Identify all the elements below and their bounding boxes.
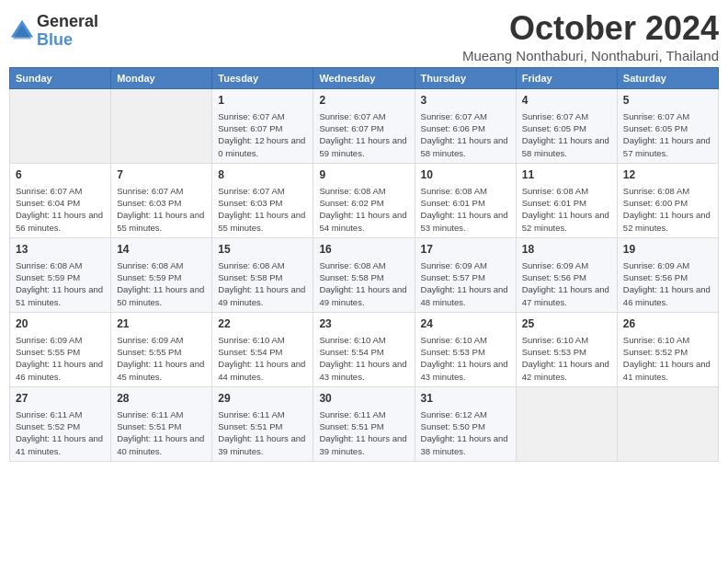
calendar-table: SundayMondayTuesdayWednesdayThursdayFrid… — [9, 67, 719, 462]
calendar-cell: 8Sunrise: 6:07 AM Sunset: 6:03 PM Daylig… — [212, 163, 313, 237]
day-info: Sunrise: 6:08 AM Sunset: 5:58 PM Dayligh… — [218, 259, 307, 308]
page-header: General Blue October 2024 Mueang Nonthab… — [9, 9, 719, 63]
day-info: Sunrise: 6:10 AM Sunset: 5:52 PM Dayligh… — [623, 334, 712, 383]
calendar-cell: 15Sunrise: 6:08 AM Sunset: 5:58 PM Dayli… — [212, 237, 313, 312]
day-info: Sunrise: 6:09 AM Sunset: 5:55 PM Dayligh… — [16, 334, 105, 383]
calendar-row-2: 6Sunrise: 6:07 AM Sunset: 6:04 PM Daylig… — [10, 163, 719, 237]
day-info: Sunrise: 6:11 AM Sunset: 5:51 PM Dayligh… — [319, 408, 408, 457]
calendar-cell: 13Sunrise: 6:08 AM Sunset: 5:59 PM Dayli… — [10, 237, 111, 312]
col-header-thursday: Thursday — [415, 68, 516, 89]
calendar-cell: 16Sunrise: 6:08 AM Sunset: 5:58 PM Dayli… — [313, 237, 415, 312]
calendar-cell: 26Sunrise: 6:10 AM Sunset: 5:52 PM Dayli… — [617, 312, 718, 386]
day-info: Sunrise: 6:07 AM Sunset: 6:03 PM Dayligh… — [218, 185, 307, 234]
day-info: Sunrise: 6:12 AM Sunset: 5:50 PM Dayligh… — [421, 408, 510, 457]
day-number: 1 — [218, 93, 307, 109]
day-info: Sunrise: 6:07 AM Sunset: 6:07 PM Dayligh… — [218, 110, 307, 159]
calendar-cell: 5Sunrise: 6:07 AM Sunset: 6:05 PM Daylig… — [617, 89, 718, 164]
day-number: 10 — [421, 167, 510, 183]
day-number: 30 — [319, 391, 408, 407]
day-info: Sunrise: 6:07 AM Sunset: 6:05 PM Dayligh… — [522, 110, 611, 159]
calendar-cell: 25Sunrise: 6:10 AM Sunset: 5:53 PM Dayli… — [516, 312, 617, 386]
col-header-saturday: Saturday — [617, 68, 718, 89]
calendar-cell: 7Sunrise: 6:07 AM Sunset: 6:03 PM Daylig… — [111, 163, 212, 237]
logo-text: General Blue — [37, 13, 98, 50]
day-number: 25 — [522, 316, 611, 332]
calendar-cell — [516, 386, 617, 461]
day-info: Sunrise: 6:10 AM Sunset: 5:54 PM Dayligh… — [218, 334, 307, 383]
day-number: 23 — [319, 316, 408, 332]
day-number: 7 — [117, 167, 206, 183]
col-header-monday: Monday — [111, 68, 212, 89]
calendar-row-5: 27Sunrise: 6:11 AM Sunset: 5:52 PM Dayli… — [10, 386, 719, 461]
calendar-cell: 20Sunrise: 6:09 AM Sunset: 5:55 PM Dayli… — [10, 312, 111, 386]
day-info: Sunrise: 6:08 AM Sunset: 6:02 PM Dayligh… — [319, 185, 408, 234]
day-info: Sunrise: 6:07 AM Sunset: 6:05 PM Dayligh… — [623, 110, 712, 159]
day-info: Sunrise: 6:08 AM Sunset: 5:59 PM Dayligh… — [16, 259, 105, 308]
day-info: Sunrise: 6:07 AM Sunset: 6:06 PM Dayligh… — [421, 110, 510, 159]
day-number: 27 — [16, 391, 105, 407]
calendar-cell: 9Sunrise: 6:08 AM Sunset: 6:02 PM Daylig… — [313, 163, 415, 237]
calendar-cell: 29Sunrise: 6:11 AM Sunset: 5:51 PM Dayli… — [212, 386, 313, 461]
day-number: 22 — [218, 316, 307, 332]
calendar-cell: 3Sunrise: 6:07 AM Sunset: 6:06 PM Daylig… — [415, 89, 516, 164]
calendar-cell: 12Sunrise: 6:08 AM Sunset: 6:00 PM Dayli… — [617, 163, 718, 237]
day-number: 20 — [16, 316, 105, 332]
day-number: 2 — [319, 93, 408, 109]
location-title: Mueang Nonthaburi, Nonthaburi, Thailand — [462, 48, 719, 63]
day-info: Sunrise: 6:09 AM Sunset: 5:57 PM Dayligh… — [421, 259, 510, 308]
calendar-cell: 18Sunrise: 6:09 AM Sunset: 5:56 PM Dayli… — [516, 237, 617, 312]
col-header-wednesday: Wednesday — [313, 68, 415, 89]
day-info: Sunrise: 6:10 AM Sunset: 5:53 PM Dayligh… — [421, 334, 510, 383]
calendar-row-1: 1Sunrise: 6:07 AM Sunset: 6:07 PM Daylig… — [10, 89, 719, 164]
day-info: Sunrise: 6:08 AM Sunset: 6:01 PM Dayligh… — [522, 185, 611, 234]
calendar-cell: 1Sunrise: 6:07 AM Sunset: 6:07 PM Daylig… — [212, 89, 313, 164]
calendar-row-3: 13Sunrise: 6:08 AM Sunset: 5:59 PM Dayli… — [10, 237, 719, 312]
title-block: October 2024 Mueang Nonthaburi, Nonthabu… — [462, 9, 719, 63]
calendar-cell — [111, 89, 212, 164]
calendar-cell: 6Sunrise: 6:07 AM Sunset: 6:04 PM Daylig… — [10, 163, 111, 237]
calendar-cell: 19Sunrise: 6:09 AM Sunset: 5:56 PM Dayli… — [617, 237, 718, 312]
day-number: 8 — [218, 167, 307, 183]
calendar-cell: 28Sunrise: 6:11 AM Sunset: 5:51 PM Dayli… — [111, 386, 212, 461]
col-header-sunday: Sunday — [10, 68, 111, 89]
day-number: 24 — [421, 316, 510, 332]
calendar-cell: 21Sunrise: 6:09 AM Sunset: 5:55 PM Dayli… — [111, 312, 212, 386]
calendar-cell: 2Sunrise: 6:07 AM Sunset: 6:07 PM Daylig… — [313, 89, 415, 164]
day-info: Sunrise: 6:07 AM Sunset: 6:03 PM Dayligh… — [117, 185, 206, 234]
calendar-cell: 4Sunrise: 6:07 AM Sunset: 6:05 PM Daylig… — [516, 89, 617, 164]
day-number: 3 — [421, 93, 510, 109]
day-number: 28 — [117, 391, 206, 407]
day-number: 13 — [16, 242, 105, 258]
calendar-cell — [617, 386, 718, 461]
day-info: Sunrise: 6:07 AM Sunset: 6:04 PM Dayligh… — [16, 185, 105, 234]
day-info: Sunrise: 6:08 AM Sunset: 6:00 PM Dayligh… — [623, 185, 712, 234]
day-info: Sunrise: 6:09 AM Sunset: 5:56 PM Dayligh… — [623, 259, 712, 308]
day-info: Sunrise: 6:11 AM Sunset: 5:51 PM Dayligh… — [218, 408, 307, 457]
day-number: 12 — [623, 167, 712, 183]
day-number: 4 — [522, 93, 611, 109]
day-info: Sunrise: 6:08 AM Sunset: 6:01 PM Dayligh… — [421, 185, 510, 234]
calendar-cell: 17Sunrise: 6:09 AM Sunset: 5:57 PM Dayli… — [415, 237, 516, 312]
day-number: 18 — [522, 242, 611, 258]
header-row: SundayMondayTuesdayWednesdayThursdayFrid… — [10, 68, 719, 89]
logo-blue: Blue — [37, 31, 98, 50]
day-info: Sunrise: 6:08 AM Sunset: 5:58 PM Dayligh… — [319, 259, 408, 308]
day-number: 19 — [623, 242, 712, 258]
logo-icon — [9, 18, 35, 44]
calendar-cell: 22Sunrise: 6:10 AM Sunset: 5:54 PM Dayli… — [212, 312, 313, 386]
day-number: 9 — [319, 167, 408, 183]
calendar-cell: 10Sunrise: 6:08 AM Sunset: 6:01 PM Dayli… — [415, 163, 516, 237]
day-number: 21 — [117, 316, 206, 332]
calendar-cell: 30Sunrise: 6:11 AM Sunset: 5:51 PM Dayli… — [313, 386, 415, 461]
day-number: 5 — [623, 93, 712, 109]
day-number: 14 — [117, 242, 206, 258]
calendar-cell: 23Sunrise: 6:10 AM Sunset: 5:54 PM Dayli… — [313, 312, 415, 386]
day-number: 11 — [522, 167, 611, 183]
day-number: 29 — [218, 391, 307, 407]
day-info: Sunrise: 6:09 AM Sunset: 5:55 PM Dayligh… — [117, 334, 206, 383]
col-header-friday: Friday — [516, 68, 617, 89]
day-info: Sunrise: 6:07 AM Sunset: 6:07 PM Dayligh… — [319, 110, 408, 159]
day-number: 16 — [319, 242, 408, 258]
calendar-row-4: 20Sunrise: 6:09 AM Sunset: 5:55 PM Dayli… — [10, 312, 719, 386]
day-info: Sunrise: 6:11 AM Sunset: 5:52 PM Dayligh… — [16, 408, 105, 457]
